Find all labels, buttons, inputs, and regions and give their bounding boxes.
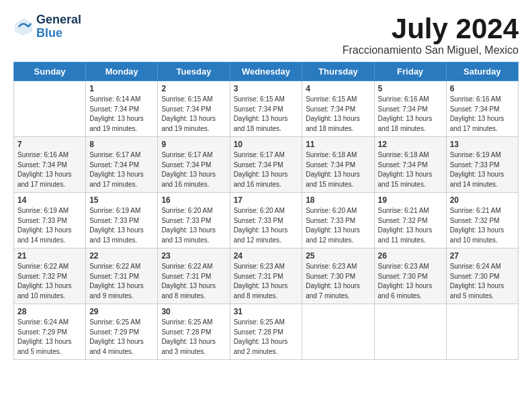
calendar-cell: 20Sunrise: 6:21 AMSunset: 7:32 PMDayligh… xyxy=(446,193,518,248)
day-number: 2 xyxy=(161,84,226,93)
day-number: 30 xyxy=(161,307,226,316)
day-info: Sunrise: 6:20 AMSunset: 7:33 PMDaylight:… xyxy=(161,206,226,245)
day-number: 4 xyxy=(306,84,370,93)
day-number: 12 xyxy=(378,140,443,149)
weekday-header-row: SundayMondayTuesdayWednesdayThursdayFrid… xyxy=(14,62,519,81)
weekday-header-wednesday: Wednesday xyxy=(230,62,302,81)
day-number: 15 xyxy=(89,195,154,205)
calendar-cell: 10Sunrise: 6:17 AMSunset: 7:34 PMDayligh… xyxy=(230,137,302,193)
calendar-cell: 18Sunrise: 6:20 AMSunset: 7:33 PMDayligh… xyxy=(302,193,374,248)
week-row-1: 1Sunrise: 6:14 AMSunset: 7:34 PMDaylight… xyxy=(14,81,519,137)
calendar-cell: 8Sunrise: 6:17 AMSunset: 7:34 PMDaylight… xyxy=(86,137,158,193)
day-number: 9 xyxy=(161,140,226,149)
svg-marker-0 xyxy=(15,18,32,36)
day-info: Sunrise: 6:25 AMSunset: 7:29 PMDaylight:… xyxy=(89,318,154,357)
calendar-cell: 15Sunrise: 6:19 AMSunset: 7:33 PMDayligh… xyxy=(86,193,158,248)
calendar-cell: 29Sunrise: 6:25 AMSunset: 7:29 PMDayligh… xyxy=(86,304,158,360)
calendar-cell: 28Sunrise: 6:24 AMSunset: 7:29 PMDayligh… xyxy=(14,304,86,360)
day-number: 10 xyxy=(234,140,299,149)
day-number: 8 xyxy=(89,140,154,149)
calendar-cell: 19Sunrise: 6:21 AMSunset: 7:32 PMDayligh… xyxy=(374,193,446,248)
day-info: Sunrise: 6:16 AMSunset: 7:34 PMDaylight:… xyxy=(450,95,515,134)
calendar-table: SundayMondayTuesdayWednesdayThursdayFrid… xyxy=(13,62,519,360)
day-info: Sunrise: 6:17 AMSunset: 7:34 PMDaylight:… xyxy=(161,150,226,189)
calendar-cell xyxy=(302,304,374,360)
day-info: Sunrise: 6:25 AMSunset: 7:28 PMDaylight:… xyxy=(161,318,226,357)
day-info: Sunrise: 6:15 AMSunset: 7:34 PMDaylight:… xyxy=(161,95,226,134)
day-info: Sunrise: 6:23 AMSunset: 7:30 PMDaylight:… xyxy=(378,262,443,301)
day-info: Sunrise: 6:22 AMSunset: 7:31 PMDaylight:… xyxy=(161,262,226,301)
calendar-cell: 30Sunrise: 6:25 AMSunset: 7:28 PMDayligh… xyxy=(158,304,230,360)
day-info: Sunrise: 6:19 AMSunset: 7:33 PMDaylight:… xyxy=(450,150,515,189)
day-info: Sunrise: 6:18 AMSunset: 7:34 PMDaylight:… xyxy=(306,150,370,189)
day-number: 20 xyxy=(450,195,515,205)
calendar-cell xyxy=(446,304,518,360)
day-info: Sunrise: 6:21 AMSunset: 7:32 PMDaylight:… xyxy=(450,206,515,245)
day-info: Sunrise: 6:22 AMSunset: 7:31 PMDaylight:… xyxy=(89,262,154,301)
calendar-cell: 14Sunrise: 6:19 AMSunset: 7:33 PMDayligh… xyxy=(14,193,86,248)
day-number: 6 xyxy=(450,84,515,93)
weekday-header-saturday: Saturday xyxy=(446,62,518,81)
calendar-cell: 3Sunrise: 6:15 AMSunset: 7:34 PMDaylight… xyxy=(230,81,302,137)
day-number: 16 xyxy=(161,195,226,205)
day-number: 28 xyxy=(17,307,82,316)
day-number: 26 xyxy=(378,251,443,261)
week-row-2: 7Sunrise: 6:16 AMSunset: 7:34 PMDaylight… xyxy=(14,137,519,193)
calendar-cell: 21Sunrise: 6:22 AMSunset: 7:32 PMDayligh… xyxy=(14,248,86,304)
day-info: Sunrise: 6:17 AMSunset: 7:34 PMDaylight:… xyxy=(234,150,299,189)
calendar-cell: 25Sunrise: 6:23 AMSunset: 7:30 PMDayligh… xyxy=(302,248,374,304)
day-info: Sunrise: 6:21 AMSunset: 7:32 PMDaylight:… xyxy=(378,206,443,245)
day-info: Sunrise: 6:19 AMSunset: 7:33 PMDaylight:… xyxy=(89,206,154,245)
calendar-cell: 1Sunrise: 6:14 AMSunset: 7:34 PMDaylight… xyxy=(86,81,158,137)
day-number: 11 xyxy=(306,140,370,149)
day-number: 23 xyxy=(161,251,226,261)
day-info: Sunrise: 6:18 AMSunset: 7:34 PMDaylight:… xyxy=(378,150,443,189)
day-number: 19 xyxy=(378,195,443,205)
day-info: Sunrise: 6:20 AMSunset: 7:33 PMDaylight:… xyxy=(234,206,299,245)
day-number: 27 xyxy=(450,251,515,261)
week-row-5: 28Sunrise: 6:24 AMSunset: 7:29 PMDayligh… xyxy=(14,304,519,360)
logo-blue: Blue xyxy=(36,27,81,40)
calendar-cell: 5Sunrise: 6:16 AMSunset: 7:34 PMDaylight… xyxy=(374,81,446,137)
day-info: Sunrise: 6:15 AMSunset: 7:34 PMDaylight:… xyxy=(234,95,299,134)
day-info: Sunrise: 6:20 AMSunset: 7:33 PMDaylight:… xyxy=(306,206,370,245)
logo-area: General Blue xyxy=(13,13,81,40)
day-number: 24 xyxy=(234,251,299,261)
day-info: Sunrise: 6:16 AMSunset: 7:34 PMDaylight:… xyxy=(17,150,82,189)
calendar-cell: 27Sunrise: 6:24 AMSunset: 7:30 PMDayligh… xyxy=(446,248,518,304)
day-number: 17 xyxy=(234,195,299,205)
calendar-cell: 13Sunrise: 6:19 AMSunset: 7:33 PMDayligh… xyxy=(446,137,518,193)
weekday-header-tuesday: Tuesday xyxy=(158,62,230,81)
day-number: 13 xyxy=(450,140,515,149)
day-number: 7 xyxy=(17,140,82,149)
day-number: 5 xyxy=(378,84,443,93)
day-number: 22 xyxy=(89,251,154,261)
calendar-cell: 24Sunrise: 6:23 AMSunset: 7:31 PMDayligh… xyxy=(230,248,302,304)
weekday-header-friday: Friday xyxy=(374,62,446,81)
day-number: 29 xyxy=(89,307,154,316)
calendar-cell: 17Sunrise: 6:20 AMSunset: 7:33 PMDayligh… xyxy=(230,193,302,248)
day-info: Sunrise: 6:22 AMSunset: 7:32 PMDaylight:… xyxy=(17,262,82,301)
month-title: July 2024 xyxy=(343,13,519,44)
day-number: 1 xyxy=(89,84,154,93)
day-number: 14 xyxy=(17,195,82,205)
logo-text: General Blue xyxy=(36,13,81,40)
location-title: Fraccionamiento San Miguel, Mexico xyxy=(343,44,519,56)
calendar-cell: 31Sunrise: 6:25 AMSunset: 7:28 PMDayligh… xyxy=(230,304,302,360)
day-info: Sunrise: 6:24 AMSunset: 7:30 PMDaylight:… xyxy=(450,262,515,301)
calendar-cell xyxy=(374,304,446,360)
week-row-4: 21Sunrise: 6:22 AMSunset: 7:32 PMDayligh… xyxy=(14,248,519,304)
calendar-cell xyxy=(14,81,86,137)
weekday-header-monday: Monday xyxy=(86,62,158,81)
logo-general: General xyxy=(36,13,81,27)
day-info: Sunrise: 6:14 AMSunset: 7:34 PMDaylight:… xyxy=(89,95,154,134)
calendar-cell: 23Sunrise: 6:22 AMSunset: 7:31 PMDayligh… xyxy=(158,248,230,304)
day-number: 3 xyxy=(234,84,299,93)
weekday-header-sunday: Sunday xyxy=(14,62,86,81)
calendar-cell: 16Sunrise: 6:20 AMSunset: 7:33 PMDayligh… xyxy=(158,193,230,248)
day-info: Sunrise: 6:15 AMSunset: 7:34 PMDaylight:… xyxy=(306,95,370,134)
calendar-cell: 11Sunrise: 6:18 AMSunset: 7:34 PMDayligh… xyxy=(302,137,374,193)
day-info: Sunrise: 6:17 AMSunset: 7:34 PMDaylight:… xyxy=(89,150,154,189)
calendar-cell: 9Sunrise: 6:17 AMSunset: 7:34 PMDaylight… xyxy=(158,137,230,193)
day-number: 18 xyxy=(306,195,370,205)
